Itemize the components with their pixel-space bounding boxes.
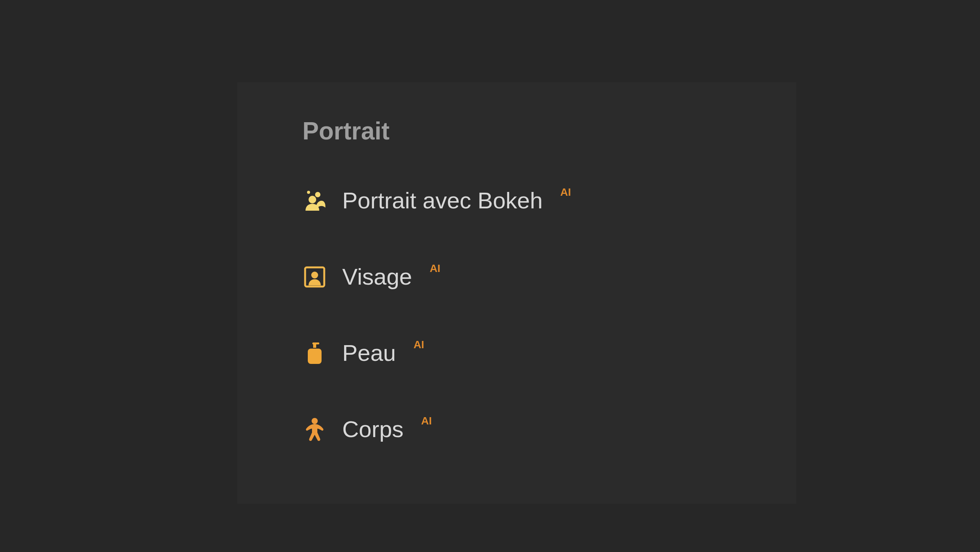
svg-point-8 [312, 418, 318, 424]
svg-rect-7 [308, 349, 322, 364]
people-icon [302, 188, 327, 213]
menu-item-portrait-bokeh[interactable]: Portrait avec Bokeh AI [302, 187, 731, 214]
lotion-icon [302, 341, 327, 365]
ai-badge: AI [413, 339, 424, 351]
svg-point-2 [309, 196, 316, 203]
menu-item-visage[interactable]: Visage AI [302, 264, 731, 290]
ai-badge: AI [430, 262, 440, 275]
svg-point-1 [315, 192, 320, 197]
menu-item-label: Corps [342, 416, 403, 442]
menu-item-label: Peau [342, 340, 396, 366]
body-icon [302, 417, 327, 442]
portrait-frame-icon [302, 265, 327, 289]
svg-point-0 [307, 191, 310, 194]
portrait-panel: Portrait Portrait avec Bokeh AI Visage A… [237, 82, 796, 504]
menu-item-label: Portrait avec Bokeh [342, 187, 543, 214]
svg-rect-6 [313, 344, 316, 348]
svg-point-4 [311, 272, 318, 278]
ai-badge: AI [421, 415, 432, 427]
section-title: Portrait [302, 117, 731, 145]
menu-item-corps[interactable]: Corps AI [302, 416, 731, 442]
ai-badge: AI [560, 186, 571, 198]
menu-item-label: Visage [342, 264, 412, 290]
menu-item-peau[interactable]: Peau AI [302, 340, 731, 366]
